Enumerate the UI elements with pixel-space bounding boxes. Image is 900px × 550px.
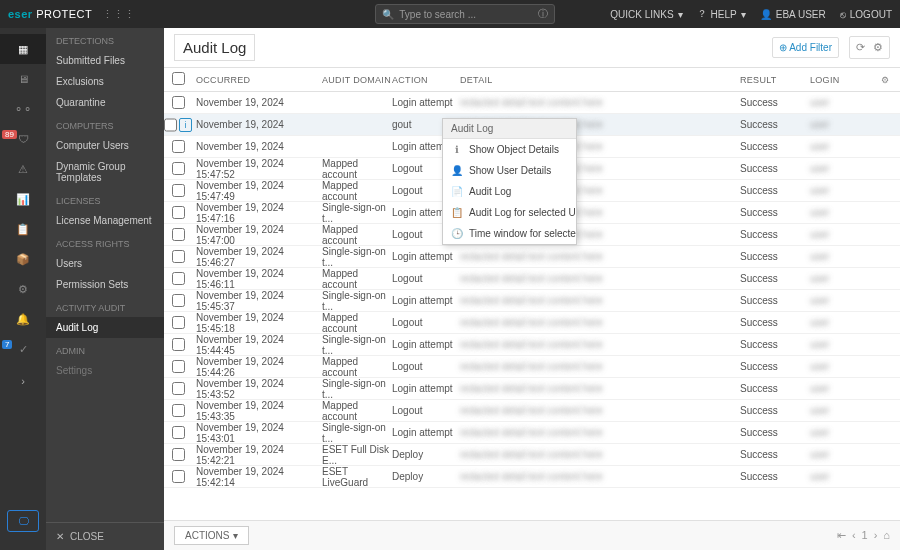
rail-computers[interactable]: 🖥 [0,64,46,94]
col-settings-icon[interactable]: ⚙ [870,75,900,85]
rail-tasks[interactable]: 📋 [0,214,46,244]
table-row[interactable]: November 19, 2024 15:44:45Single-sign-on… [164,334,900,356]
row-checkbox[interactable] [172,404,185,417]
sidebar-item[interactable]: Settings [46,360,164,381]
logout-link[interactable]: ⎋LOGOUT [840,7,892,21]
cell-occurred: November 19, 2024 [192,141,322,152]
rail-network[interactable]: ⚬⚬ [0,94,46,124]
col-login[interactable]: LOGIN [810,75,870,85]
row-checkbox[interactable] [172,382,185,395]
add-filter-button[interactable]: ⊕ Add Filter [772,37,839,58]
table-row[interactable]: November 19, 2024 15:45:18Mapped account… [164,312,900,334]
rail-status[interactable]: 7✓ [0,334,46,364]
row-checkbox[interactable] [172,162,185,175]
cell-occurred: November 19, 2024 15:47:49 [192,180,322,202]
row-checkbox[interactable] [172,184,185,197]
col-domain[interactable]: AUDIT DOMAIN [322,75,392,85]
row-checkbox[interactable] [172,448,185,461]
cell-login: user [810,141,870,152]
cell-action: Deploy [392,471,460,482]
row-checkbox[interactable] [172,426,185,439]
row-checkbox[interactable] [172,470,185,483]
cell-login: user [810,449,870,460]
row-checkbox[interactable] [164,118,177,132]
sidebar-item[interactable]: Dynamic Group Templates [46,156,164,188]
table-row[interactable]: November 19, 2024 15:44:26Mapped account… [164,356,900,378]
sidebar-item[interactable]: Exclusions [46,71,164,92]
context-menu-item[interactable]: 📄Audit Log [443,181,576,202]
sidebar-item[interactable]: Audit Log [46,317,164,338]
page-title: Audit Log [174,34,255,61]
sidebar-section: COMPUTERS [46,113,164,135]
col-detail[interactable]: DETAIL [460,75,740,85]
col-action[interactable]: ACTION [392,75,460,85]
table-row[interactable]: November 19, 2024 15:46:27Single-sign-on… [164,246,900,268]
context-menu-item[interactable]: ℹShow Object Details [443,139,576,160]
row-checkbox[interactable] [172,228,185,241]
sidebar-item[interactable]: Quarantine [46,92,164,113]
cell-login: user [810,471,870,482]
user-menu[interactable]: 👤EBA USER [760,7,826,21]
rail-expand[interactable]: › [0,366,46,396]
gear-icon[interactable]: ⚙ [873,41,883,54]
row-checkbox[interactable] [172,294,185,307]
page-next-icon[interactable]: › [874,529,878,542]
menu-item-icon: 📄 [451,186,463,197]
cell-login: user [810,251,870,262]
cell-result: Success [740,427,810,438]
page-export-icon[interactable]: ⌂ [883,529,890,542]
row-checkbox[interactable] [172,272,185,285]
sidebar-section: ACCESS RIGHTS [46,231,164,253]
cell-result: Success [740,185,810,196]
cell-domain: Single-sign-on t... [322,202,392,224]
page-prev-icon[interactable]: ‹ [852,529,856,542]
rail-detections[interactable]: 89🛡 [0,124,46,154]
sidebar-item[interactable]: Computer Users [46,135,164,156]
row-checkbox[interactable] [172,316,185,329]
rail-dashboard[interactable]: ▦ [0,34,46,64]
row-checkbox[interactable] [172,250,185,263]
context-menu-item[interactable]: 🕒Time window for selected object [443,223,576,244]
row-checkbox[interactable] [172,360,185,373]
table-row[interactable]: November 19, 2024Login attemptredacted d… [164,92,900,114]
sidebar-item[interactable]: Users [46,253,164,274]
table-row[interactable]: November 19, 2024 15:42:21ESET Full Disk… [164,444,900,466]
table-row[interactable]: November 19, 2024 15:42:14ESET LiveGuard… [164,466,900,488]
cell-domain: Mapped account [322,356,392,378]
refresh-icon[interactable]: ⟳ [856,41,865,54]
rail-alerts[interactable]: ⚠ [0,154,46,184]
col-result[interactable]: RESULT [740,75,810,85]
sidebar-item[interactable]: License Management [46,210,164,231]
rail-reports[interactable]: 📊 [0,184,46,214]
help-circle-icon[interactable]: ⓘ [538,7,548,21]
row-checkbox[interactable] [172,206,185,219]
actions-button[interactable]: ACTIONS ▾ [174,526,249,545]
rail-bottom-button[interactable]: 🖵 [7,510,39,532]
cell-result: Success [740,119,810,130]
row-checkbox[interactable] [172,140,185,153]
table-row[interactable]: November 19, 2024 15:43:35Mapped account… [164,400,900,422]
rail-policies[interactable]: ⚙ [0,274,46,304]
sidebar-item[interactable]: Submitted Files [46,50,164,71]
cell-domain: Mapped account [322,268,392,290]
row-checkbox[interactable] [172,96,185,109]
rail-install[interactable]: 📦 [0,244,46,274]
table-row[interactable]: November 19, 2024 15:43:01Single-sign-on… [164,422,900,444]
table-row[interactable]: November 19, 2024 15:45:37Single-sign-on… [164,290,900,312]
row-checkbox[interactable] [172,338,185,351]
col-occurred[interactable]: OCCURRED [192,75,322,85]
page-first-icon[interactable]: ⇤ [837,529,846,542]
info-icon[interactable]: i [179,118,192,132]
context-menu-item[interactable]: 👤Show User Details [443,160,576,181]
table-row[interactable]: November 19, 2024 15:46:11Mapped account… [164,268,900,290]
sidebar-close[interactable]: ✕CLOSE [46,522,164,550]
sidebar-item[interactable]: Permission Sets [46,274,164,295]
rail-notifications[interactable]: 🔔 [0,304,46,334]
quicklinks-menu[interactable]: QUICK LINKS ▾ [610,7,682,21]
context-menu-item[interactable]: 📋Audit Log for selected User [443,202,576,223]
select-all-checkbox[interactable] [172,72,185,85]
help-menu[interactable]: ？HELP ▾ [697,7,746,21]
apps-icon[interactable]: ⋮⋮⋮ [102,8,135,21]
table-row[interactable]: November 19, 2024 15:43:52Single-sign-on… [164,378,900,400]
search-input[interactable]: 🔍 Type to search ... ⓘ [375,4,555,24]
